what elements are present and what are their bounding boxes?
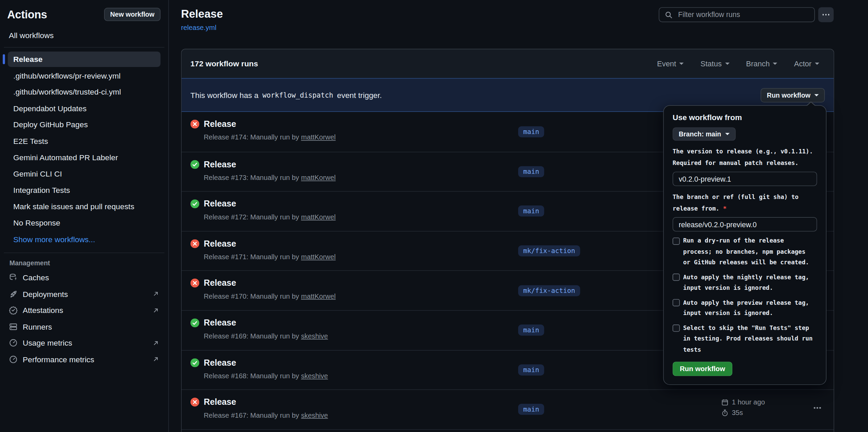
filter-runs-search — [659, 7, 815, 22]
run-title-link[interactable]: Release — [204, 238, 236, 248]
filter-label: Status — [700, 60, 721, 68]
sidebar-workflow-item[interactable]: Dependabot Updates — [8, 101, 160, 116]
popup-text-input[interactable] — [673, 172, 817, 186]
filter-label: Event — [657, 60, 676, 68]
run-title-link[interactable]: Release — [204, 119, 236, 129]
failed-status-icon — [190, 398, 199, 406]
sidebar-workflow-item[interactable]: Gemini Automated PR Labeler — [8, 150, 160, 165]
workflow-options-kebab-button[interactable] — [818, 7, 834, 22]
branch-badge[interactable]: mk/fix-action — [518, 245, 580, 256]
calendar-icon — [721, 399, 729, 406]
actor-link[interactable]: skeshive — [301, 332, 328, 340]
sidebar-workflow-item[interactable]: .github/workflows/trusted-ci.yml — [8, 84, 160, 100]
branch-badge[interactable]: main — [518, 166, 544, 177]
branch-badge[interactable]: main — [518, 206, 544, 217]
popup-checkboxes: Run a dry-run of the release process; no… — [673, 235, 817, 355]
sidebar-workflow-item[interactable]: E2E Tests — [8, 133, 160, 149]
workflow-list: Release .github/workflows/pr-review.yml … — [0, 48, 168, 230]
actor-link[interactable]: skeshive — [301, 412, 328, 419]
sidebar-workflow-item[interactable]: Gemini CLI CI — [8, 166, 160, 182]
field-description: The version to release (e.g., v0.1.11). … — [673, 146, 817, 169]
actor-link[interactable]: skeshive — [301, 372, 328, 380]
runs-filter-dropdown[interactable]: Branch — [746, 60, 777, 68]
run-workflow-popup: Use workflow from Branch: main The versi… — [663, 105, 827, 385]
banner-text-before: This workflow has a — [190, 90, 258, 99]
workflow-run-row[interactable]: Release Release #167: Manually run by sk… — [182, 389, 834, 429]
filter-runs-input[interactable] — [677, 10, 809, 19]
sidebar-workflow-label: Deploy GitHub Pages — [13, 120, 88, 129]
management-item[interactable]: Deployments — [0, 286, 168, 302]
run-workflow-submit-button[interactable]: Run workflow — [673, 362, 732, 376]
sidebar-workflow-label: Gemini Automated PR Labeler — [13, 153, 118, 162]
branch-badge[interactable]: main — [518, 126, 544, 137]
next-run-row-partial — [182, 429, 834, 432]
external-link-icon — [152, 307, 159, 314]
run-title-link[interactable]: Release — [204, 358, 236, 367]
run-title-link[interactable]: Release — [204, 159, 236, 169]
checkbox[interactable] — [673, 237, 680, 245]
branch-badge[interactable]: main — [518, 404, 544, 415]
workflow-file-link[interactable]: release.yml — [181, 24, 223, 32]
sidebar-workflow-label: .github/workflows/pr-review.yml — [13, 71, 120, 80]
actor-link[interactable]: mattKorwel — [301, 174, 336, 182]
sidebar-workflow-item[interactable]: No Response — [8, 215, 160, 231]
run-meta: 1 hour ago 35s — [721, 398, 765, 417]
sidebar-workflow-item[interactable]: Release — [8, 51, 160, 67]
popup-text-input[interactable] — [673, 217, 817, 231]
page-header: Release release.yml — [181, 8, 223, 32]
management-item-label: Usage metrics — [23, 338, 72, 347]
runs-count: 172 workflow runs — [190, 59, 258, 68]
management-item[interactable]: Performance metrics — [0, 351, 168, 367]
sidebar-workflow-label: Gemini CLI CI — [13, 169, 62, 178]
checkbox[interactable] — [673, 273, 680, 281]
sidebar-workflow-item[interactable]: Mark stale issues and pull requests — [8, 199, 160, 214]
actor-link[interactable]: mattKorwel — [301, 293, 336, 300]
failed-status-icon — [190, 239, 199, 248]
runs-filter-dropdown[interactable]: Status — [700, 60, 729, 68]
management-item[interactable]: Caches — [0, 269, 168, 286]
checkbox[interactable] — [673, 325, 680, 332]
sidebar-workflow-item[interactable]: Deploy GitHub Pages — [8, 117, 160, 133]
runs-filter-dropdown[interactable]: Actor — [794, 60, 819, 68]
checkbox-label: Auto apply the preview release tag, inpu… — [683, 297, 814, 319]
popup-checkbox-row: Auto apply the nightly release tag, inpu… — [673, 272, 817, 293]
branch-badge[interactable]: main — [518, 325, 544, 336]
run-title-link[interactable]: Release — [204, 318, 236, 328]
field-description: The branch or ref (full git sha) to rele… — [673, 191, 817, 214]
rocket-icon — [9, 289, 18, 298]
success-status-icon — [190, 199, 199, 208]
run-title-link[interactable]: Release — [204, 397, 236, 407]
sidebar-workflow-item[interactable]: Integration Tests — [8, 182, 160, 198]
chevron-down-icon — [815, 63, 819, 65]
branch-badge[interactable]: main — [518, 364, 544, 376]
run-title-link[interactable]: Release — [204, 199, 236, 209]
management-item[interactable]: Usage metrics — [0, 335, 168, 351]
chevron-down-icon — [773, 63, 778, 65]
new-workflow-button[interactable]: New workflow — [104, 8, 160, 21]
actor-link[interactable]: mattKorwel — [301, 253, 336, 261]
banner-event-code: workflow_dispatch — [262, 91, 333, 99]
sidebar-workflow-label: Integration Tests — [13, 185, 70, 194]
sidebar-item-all-workflows[interactable]: All workflows — [0, 29, 168, 41]
management-item[interactable]: Runners — [0, 318, 168, 335]
chevron-down-icon — [725, 133, 729, 135]
external-link-icon — [152, 356, 159, 363]
branch-selector-button[interactable]: Branch: main — [673, 127, 735, 140]
branch-badge[interactable]: mk/fix-action — [518, 285, 580, 296]
chevron-down-icon — [679, 63, 684, 65]
filter-label: Actor — [794, 60, 812, 68]
sidebar-workflow-label: E2E Tests — [13, 136, 48, 145]
meter-icon — [9, 338, 18, 347]
external-link-icon — [152, 339, 159, 347]
run-title-link[interactable]: Release — [204, 278, 236, 288]
actor-link[interactable]: mattKorwel — [301, 213, 336, 221]
show-more-workflows-link[interactable]: Show more workflows... — [8, 231, 160, 247]
actor-link[interactable]: mattKorwel — [301, 133, 336, 141]
run-options-kebab-button[interactable] — [812, 405, 823, 411]
sidebar-workflow-item[interactable]: .github/workflows/pr-review.yml — [8, 68, 160, 83]
management-item[interactable]: Attestations — [0, 302, 168, 318]
run-workflow-dropdown-button[interactable]: Run workflow — [761, 88, 825, 102]
checkbox[interactable] — [673, 299, 680, 306]
chevron-down-icon — [725, 63, 729, 65]
runs-filter-dropdown[interactable]: Event — [657, 60, 684, 68]
